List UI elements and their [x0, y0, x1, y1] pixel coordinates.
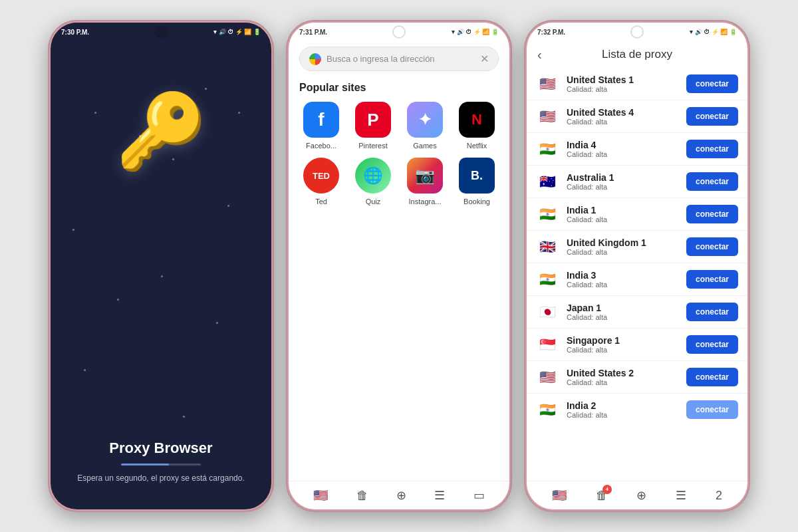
instagram-icon: 📷 — [407, 158, 443, 194]
proxy-name-us2: United States 2 — [567, 368, 678, 378]
add-tab-bottom-icon[interactable]: ⊕ — [636, 488, 646, 503]
proxy-info-in4: India 4 Calidad: alta — [567, 140, 678, 158]
connect-button-us1[interactable]: conectar — [686, 74, 738, 93]
menu-bottom-icon[interactable]: ☰ — [676, 488, 686, 503]
flag-jp1: 🇯🇵 — [536, 304, 559, 320]
site-item-facebook[interactable]: f Facebo... — [299, 102, 343, 150]
proxy-quality-us1: Calidad: alta — [567, 85, 678, 93]
proxy-item-in2: 🇮🇳 India 2 Calidad: alta conectar — [527, 394, 747, 426]
proxy-list-title: Lista de proxy — [602, 48, 672, 61]
games-icon: ✦ — [407, 102, 443, 138]
proxy-item-au1: 🇦🇺 Australia 1 Calidad: alta conectar — [527, 166, 747, 198]
proxy-info-au1: Australia 1 Calidad: alta — [567, 172, 678, 191]
site-item-ted[interactable]: TED Ted — [299, 158, 343, 205]
proxy-info-jp1: Japan 1 Calidad: alta — [567, 303, 678, 321]
site-item-pinterest[interactable]: P Pinterest — [351, 102, 395, 150]
flag-in3: 🇮🇳 — [536, 271, 559, 287]
trash-icon[interactable]: 🗑 — [356, 489, 368, 503]
proxy-header: ‹ Lista de proxy — [527, 41, 747, 68]
flag-in4: 🇮🇳 — [536, 141, 559, 157]
google-icon — [309, 53, 321, 65]
proxy-name-in4: India 4 — [567, 140, 678, 150]
phone-1: 7:30 P.M. ▾ 🔊 ⏱ ⚡ 📶 🔋 🔑 — [48, 20, 274, 512]
tabs-icon[interactable]: ▭ — [473, 488, 485, 503]
instagram-label: Instagra... — [409, 198, 442, 205]
camera-notch — [154, 25, 168, 39]
proxy-item-us1: 🇺🇸 United States 1 Calidad: alta conecta… — [527, 68, 747, 100]
proxy-quality-sg1: Calidad: alta — [567, 346, 678, 354]
proxy-name-in1: India 1 — [567, 205, 678, 215]
camera-notch-2 — [392, 25, 406, 39]
proxy-item-us4: 🇺🇸 United States 4 Calidad: alta conecta… — [527, 100, 747, 133]
proxy-bottom-bar: 🇺🇸 🗑 4 ⊕ ☰ 2 — [527, 481, 747, 509]
proxy-quality-au1: Calidad: alta — [567, 183, 678, 191]
proxy-quality-in3: Calidad: alta — [567, 281, 678, 289]
quiz-icon: 🌐 — [355, 158, 391, 194]
netflix-icon: N — [459, 102, 495, 138]
connect-button-us4[interactable]: conectar — [686, 107, 738, 126]
vpn-content: 🔑 Proxy Browser Espera un segundo, el pr… — [51, 41, 271, 509]
connect-button-in1[interactable]: conectar — [686, 205, 738, 223]
proxy-item-in4: 🇮🇳 India 4 Calidad: alta conectar — [527, 133, 747, 166]
popular-sites-label: Popular sites — [289, 76, 509, 102]
proxy-name-sg1: Singapore 1 — [567, 335, 678, 346]
connect-button-au1[interactable]: conectar — [686, 172, 738, 191]
flag-in2: 🇮🇳 — [536, 402, 559, 418]
status-time-2: 7:31 P.M. — [299, 29, 327, 36]
facebook-label: Facebo... — [306, 142, 336, 150]
proxy-quality-jp1: Calidad: alta — [567, 313, 678, 321]
proxy-info-uk1: United Kingdom 1 Calidad: alta — [567, 237, 678, 256]
booking-label: Booking — [464, 198, 490, 205]
proxy-info-us4: United States 4 Calidad: alta — [567, 107, 678, 126]
status-icons-1: ▾ 🔊 ⏱ ⚡ 📶 🔋 — [213, 29, 261, 35]
proxy-info-us1: United States 1 Calidad: alta — [567, 74, 678, 93]
site-item-booking[interactable]: B. Booking — [455, 158, 499, 205]
proxy-quality-us4: Calidad: alta — [567, 118, 678, 126]
connect-button-us2[interactable]: conectar — [686, 368, 738, 386]
proxy-info-in1: India 1 Calidad: alta — [567, 205, 678, 223]
site-item-quiz[interactable]: 🌐 Quiz — [351, 158, 395, 205]
notification-badge: 4 — [602, 485, 612, 494]
proxy-name-au1: Australia 1 — [567, 172, 678, 183]
connect-button-jp1[interactable]: conectar — [686, 303, 738, 321]
flag-icon[interactable]: 🇺🇸 — [313, 488, 328, 503]
proxy-quality-in1: Calidad: alta — [567, 215, 678, 223]
connect-button-in2[interactable]: conectar — [686, 400, 738, 419]
flag-us2: 🇺🇸 — [536, 369, 559, 385]
proxy-quality-us2: Calidad: alta — [567, 378, 678, 386]
flag-uk1: 🇬🇧 — [536, 239, 559, 255]
proxy-name-in2: India 2 — [567, 400, 678, 411]
site-item-instagram[interactable]: 📷 Instagra... — [403, 158, 447, 205]
ted-label: Ted — [315, 198, 327, 205]
proxy-name-uk1: United Kingdom 1 — [567, 237, 678, 248]
proxy-quality-uk1: Calidad: alta — [567, 248, 678, 256]
connect-button-in4[interactable]: conectar — [686, 140, 738, 158]
games-label: Games — [413, 142, 436, 150]
status-time-1: 7:30 P.M. — [61, 29, 89, 36]
menu-icon[interactable]: ☰ — [434, 488, 445, 503]
back-button[interactable]: ‹ — [537, 47, 542, 63]
search-bar[interactable]: Busca o ingresa la dirección ✕ — [299, 47, 499, 71]
clear-icon[interactable]: ✕ — [480, 53, 489, 65]
flag-in1: 🇮🇳 — [536, 206, 559, 222]
phone-2: 7:31 P.M. ▾ 🔊 ⏱ ⚡ 📶 🔋 Busca o ingresa la… — [286, 20, 512, 512]
proxy-item-sg1: 🇸🇬 Singapore 1 Calidad: alta conectar — [527, 329, 747, 361]
popular-sites-grid: f Facebo... P Pinterest ✦ Games N Netfli… — [289, 102, 509, 205]
proxy-name-us1: United States 1 — [567, 74, 678, 85]
facebook-icon: f — [303, 102, 339, 138]
add-tab-icon[interactable]: ⊕ — [396, 488, 406, 503]
site-item-netflix[interactable]: N Netflix — [455, 102, 499, 150]
site-item-games[interactable]: ✦ Games — [403, 102, 447, 150]
connect-button-uk1[interactable]: conectar — [686, 237, 738, 256]
proxy-name-us4: United States 4 — [567, 107, 678, 118]
flag-bottom-icon[interactable]: 🇺🇸 — [552, 488, 567, 503]
search-input[interactable]: Busca o ingresa la dirección — [327, 54, 475, 64]
flag-sg1: 🇸🇬 — [536, 336, 559, 352]
ted-icon: TED — [303, 158, 339, 194]
browser-bottom-bar: 🇺🇸 🗑 ⊕ ☰ ▭ — [289, 481, 509, 509]
connect-button-sg1[interactable]: conectar — [686, 335, 738, 354]
proxy-name-jp1: Japan 1 — [567, 303, 678, 313]
tabs-bottom-icon[interactable]: 2 — [716, 489, 722, 503]
quiz-label: Quiz — [366, 198, 381, 205]
connect-button-in3[interactable]: conectar — [686, 270, 738, 289]
